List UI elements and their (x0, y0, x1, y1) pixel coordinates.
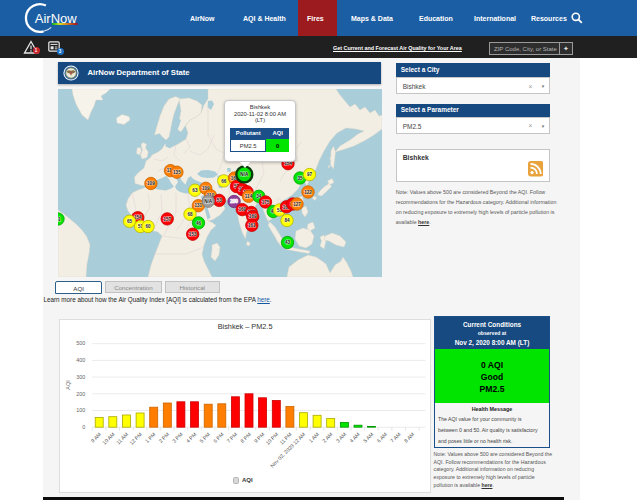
svg-text:2 AM: 2 AM (321, 431, 334, 444)
svg-text:153: 153 (188, 232, 196, 237)
svg-text:200: 200 (76, 390, 85, 396)
svg-text:400: 400 (76, 357, 85, 363)
svg-text:169: 169 (248, 214, 256, 219)
svg-text:2 PM: 2 PM (157, 431, 170, 444)
svg-text:109: 109 (147, 181, 155, 186)
svg-text:0: 0 (82, 424, 85, 430)
svg-text:8 AM: 8 AM (402, 431, 415, 444)
svg-text:4 PM: 4 PM (184, 431, 197, 444)
svg-text:65: 65 (126, 219, 132, 224)
svg-text:200: 200 (230, 199, 238, 204)
svg-text:N/A: N/A (240, 172, 249, 177)
svg-text:5 PM: 5 PM (198, 431, 211, 444)
svg-text:4 AM: 4 AM (348, 431, 361, 444)
svg-text:N/A: N/A (204, 199, 213, 204)
svg-text:63: 63 (192, 188, 198, 193)
svg-text:46: 46 (195, 221, 201, 226)
svg-text:43: 43 (284, 240, 290, 245)
svg-text:7 PM: 7 PM (225, 431, 238, 444)
svg-text:68: 68 (187, 212, 193, 217)
svg-text:11 AM: 11 AM (115, 431, 129, 445)
svg-text:5 AM: 5 AM (362, 431, 375, 444)
svg-text:3 PM: 3 PM (171, 431, 184, 444)
svg-text:12 PM: 12 PM (128, 431, 143, 446)
svg-text:7 AM: 7 AM (389, 431, 402, 444)
svg-text:66: 66 (221, 179, 227, 184)
svg-text:175: 175 (261, 200, 269, 205)
svg-text:500: 500 (76, 340, 85, 346)
svg-text:300: 300 (76, 374, 85, 380)
svg-text:161: 161 (247, 223, 255, 228)
svg-text:84: 84 (284, 218, 290, 223)
svg-text:97: 97 (306, 172, 312, 177)
svg-text:122: 122 (304, 190, 312, 195)
svg-text:135: 135 (173, 170, 181, 175)
svg-text:154: 154 (284, 161, 292, 166)
svg-text:8 PM: 8 PM (239, 431, 252, 444)
svg-text:6 PM: 6 PM (212, 431, 225, 444)
svg-text:21: 21 (58, 217, 61, 222)
svg-text:114: 114 (244, 194, 252, 199)
svg-text:AQI: AQI (65, 380, 71, 389)
svg-text:1 PM: 1 PM (143, 431, 156, 444)
svg-text:10 AM: 10 AM (101, 431, 116, 446)
svg-text:53: 53 (216, 198, 222, 203)
svg-text:35: 35 (297, 176, 303, 181)
svg-text:3 AM: 3 AM (334, 431, 347, 444)
svg-text:6 AM: 6 AM (375, 431, 388, 444)
svg-text:157: 157 (163, 217, 171, 222)
svg-text:127: 127 (293, 202, 301, 207)
svg-text:1 AM: 1 AM (307, 431, 320, 444)
svg-text:60: 60 (145, 224, 151, 229)
svg-text:131: 131 (194, 203, 202, 208)
svg-text:10 PM: 10 PM (264, 431, 279, 446)
svg-text:100: 100 (76, 407, 85, 413)
